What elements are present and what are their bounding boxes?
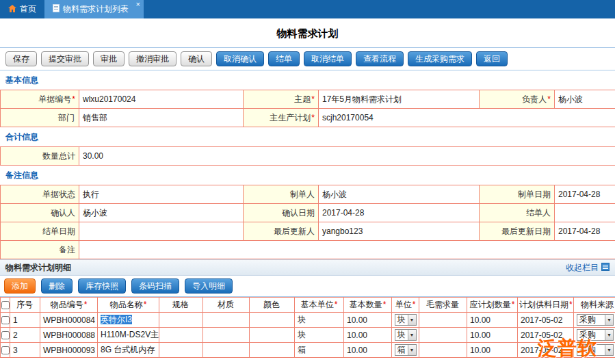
status-label: 单据状态 xyxy=(1,185,79,204)
remarks-info-table: 单据状态 执行 制单人 杨小波 制单日期 2017-04-28 确认人 杨小波 … xyxy=(0,185,615,259)
cell-base-qty[interactable]: 10.00 xyxy=(344,313,392,328)
cell-gross-demand[interactable] xyxy=(419,343,467,358)
cell-gross-demand[interactable] xyxy=(419,313,467,328)
chevron-down-icon: ▼ xyxy=(408,345,416,355)
cell-item-no[interactable]: WPBH000084 xyxy=(40,313,98,328)
tab-mrp-list[interactable]: 物料需求计划列表 × xyxy=(44,0,144,18)
source-select[interactable]: 采购▼ xyxy=(577,314,614,326)
cell-item-name[interactable]: 英特尔I3 xyxy=(98,313,159,328)
maker-value: 杨小波 xyxy=(319,185,480,204)
generate-purchase-button[interactable]: 生成采购需求 xyxy=(408,51,472,66)
revoke-approval-button[interactable]: 撤消审批 xyxy=(129,51,176,66)
make-date-value: 2017-04-28 xyxy=(555,185,615,204)
cell-supply-date[interactable]: 2017-05-02 xyxy=(518,313,574,328)
cell-plan-qty[interactable]: 10.00 xyxy=(467,313,518,328)
cell-material[interactable] xyxy=(203,328,250,343)
cell-base-unit: 块 xyxy=(295,328,344,343)
save-button[interactable]: 保存 xyxy=(5,51,37,66)
cell-base-qty[interactable]: 10.00 xyxy=(344,343,392,358)
cell-spec[interactable] xyxy=(159,343,203,358)
cell-color[interactable] xyxy=(250,313,295,328)
cell-color[interactable] xyxy=(250,328,295,343)
cell-plan-qty[interactable]: 10.00 xyxy=(467,343,518,358)
row-checkbox[interactable] xyxy=(1,331,10,339)
row-checkbox[interactable] xyxy=(1,346,10,354)
make-date-label: 制单日期 xyxy=(480,185,555,204)
approve-button[interactable]: 审批 xyxy=(93,51,125,66)
cell-item-no[interactable]: WPBH000093 xyxy=(40,343,98,358)
cell-seq: 3 xyxy=(10,343,40,358)
row-checkbox[interactable] xyxy=(1,316,10,324)
collapse-columns-link[interactable]: 收起栏目 xyxy=(566,262,610,274)
cell-item-name[interactable]: H110M-DS2V主板 xyxy=(98,328,159,343)
cell-plan-qty[interactable]: 10.00 xyxy=(467,328,518,343)
cell-base-qty[interactable]: 10.00 xyxy=(344,328,392,343)
cell-material[interactable] xyxy=(203,313,250,328)
header-item-name: 物品名称* xyxy=(98,298,159,313)
inventory-snapshot-button[interactable]: 库存快照 xyxy=(78,278,126,294)
back-button[interactable]: 返回 xyxy=(476,51,508,66)
mps-label: 主生产计划* xyxy=(244,109,319,127)
tab-home[interactable]: 首页 xyxy=(0,0,44,18)
header-gross-demand: 毛需求量 xyxy=(419,298,467,313)
unit-select[interactable]: 块▼ xyxy=(395,314,417,326)
cell-spec[interactable] xyxy=(159,313,203,328)
header-seq: 序号 xyxy=(10,298,40,313)
cell-unit: 箱▼ xyxy=(392,343,419,358)
detail-table: 序号 物品编号* 物品名称* 规格 材质 颜色 基本单位* 基本数量* 单位* … xyxy=(0,297,615,358)
tab-close-icon[interactable]: × xyxy=(136,1,140,8)
cell-material[interactable] xyxy=(203,343,250,358)
cell-unit: 块▼ xyxy=(392,313,419,328)
note-label: 备注 xyxy=(1,241,79,259)
cell-gross-demand[interactable] xyxy=(419,328,467,343)
cell-source: 采购▼ xyxy=(574,313,615,328)
owner-field[interactable]: 杨小波 xyxy=(555,90,615,109)
detail-section-title: 物料需求计划明细 xyxy=(5,262,71,274)
home-icon xyxy=(8,5,16,14)
dept-field[interactable]: 销售部 xyxy=(79,109,244,127)
last-updater-label: 最后更新人 xyxy=(244,222,319,241)
table-row: 1 WPBH000084 英特尔I3 块 10.00 块▼ 10.00 2017… xyxy=(1,313,615,328)
owner-label: 负责人* xyxy=(480,90,555,109)
cancel-confirm-button[interactable]: 取消确认 xyxy=(216,51,264,66)
cell-item-name[interactable]: 8G 台式机内存 xyxy=(98,343,159,358)
header-color: 颜色 xyxy=(250,298,295,313)
select-all-cell xyxy=(1,298,10,313)
select-all-checkbox[interactable] xyxy=(1,301,10,309)
header-supply-date: 计划供料日期* xyxy=(518,298,574,313)
note-field[interactable] xyxy=(79,241,615,259)
tab-list-label: 物料需求计划列表 xyxy=(63,3,129,15)
unit-select[interactable]: 箱▼ xyxy=(395,344,417,356)
section-total-info: 合计信息 xyxy=(0,127,615,146)
chevron-down-icon: ▼ xyxy=(408,330,416,340)
mps-field[interactable]: scjh20170054 xyxy=(319,109,615,127)
last-update-date-value: 2017-04-28 xyxy=(555,222,615,241)
subject-field[interactable]: 17年5月物料需求计划 xyxy=(319,90,480,109)
submit-approval-button[interactable]: 提交审批 xyxy=(41,51,89,66)
doc-no-field[interactable]: wlxu20170024 xyxy=(79,90,244,109)
cell-item-no[interactable]: WPBH000088 xyxy=(40,328,98,343)
close-date-label: 结单日期 xyxy=(1,222,79,241)
cell-color[interactable] xyxy=(250,343,295,358)
cell-seq: 2 xyxy=(10,328,40,343)
closer-value xyxy=(555,204,615,222)
section-basic-info: 基本信息 xyxy=(0,70,615,90)
cell-spec[interactable] xyxy=(159,328,203,343)
unit-select[interactable]: 块▼ xyxy=(395,329,417,341)
page-title: 物料需求计划 xyxy=(0,18,615,47)
view-flow-button[interactable]: 查看流程 xyxy=(356,51,404,66)
detail-section-header: 物料需求计划明细 收起栏目 xyxy=(0,259,615,276)
cell-unit: 块▼ xyxy=(392,328,419,343)
cell-seq: 1 xyxy=(10,313,40,328)
cancel-close-button[interactable]: 取消结单 xyxy=(304,51,352,66)
table-row: 3 WPBH000093 8G 台式机内存 箱 10.00 箱▼ 10.00 2… xyxy=(1,343,615,358)
delete-row-button[interactable]: 删除 xyxy=(41,278,73,294)
close-order-button[interactable]: 结单 xyxy=(268,51,300,66)
status-value: 执行 xyxy=(79,185,244,204)
add-row-button[interactable]: 添加 xyxy=(4,278,36,294)
total-info-table: 数量总计 30.00 xyxy=(0,146,615,166)
import-detail-button[interactable]: 导入明细 xyxy=(185,278,233,294)
row-select-cell xyxy=(1,328,10,343)
confirm-button[interactable]: 确认 xyxy=(181,51,212,66)
barcode-scan-button[interactable]: 条码扫描 xyxy=(131,278,179,294)
